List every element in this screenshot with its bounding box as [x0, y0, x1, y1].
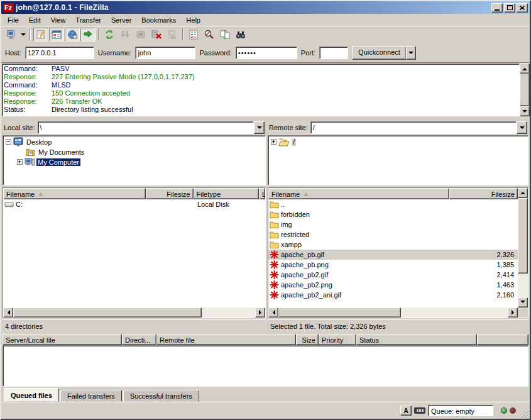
scroll-right-button[interactable] [508, 307, 518, 318]
tree-item-my-computer[interactable]: My Computer [6, 157, 265, 167]
maximize-button[interactable] [504, 3, 515, 13]
speed-limit-indicator-icon[interactable] [414, 407, 425, 414]
file-row-c-drive[interactable]: C: Local Disk [3, 199, 265, 209]
tab-queued-files[interactable]: Queued files [4, 388, 59, 402]
expand-icon[interactable] [271, 139, 276, 145]
menu-bookmarks[interactable]: Bookmarks [136, 15, 181, 25]
title-bar[interactable]: Fz john@127.0.0.1 - FileZilla [1, 1, 530, 14]
file-row[interactable]: img [268, 219, 518, 229]
scroll-right-button[interactable] [255, 307, 265, 318]
remote-site-value[interactable]: / [310, 121, 517, 134]
remote-site-dropdown[interactable] [517, 121, 527, 134]
local-site-dropdown[interactable] [254, 121, 265, 134]
scroll-up-button[interactable] [518, 188, 528, 198]
process-queue-button[interactable] [118, 28, 133, 41]
local-list-body[interactable]: C: Local Disk [3, 199, 265, 307]
chevron-down-icon [257, 126, 262, 131]
data-type-indicator-icon[interactable]: A [400, 406, 412, 416]
remote-vertical-scrollbar[interactable] [518, 188, 528, 307]
column-header-last-modified[interactable]: L [259, 188, 265, 199]
toggle-remote-tree-button[interactable] [65, 28, 80, 41]
file-row[interactable]: xampp [268, 240, 518, 250]
menu-edit[interactable]: Edit [24, 15, 46, 25]
log-scrollbar[interactable] [520, 64, 530, 116]
collapse-icon[interactable] [6, 139, 11, 145]
file-row[interactable]: .. [268, 199, 518, 209]
menu-file[interactable]: File [3, 15, 24, 25]
column-header-direction[interactable]: Directi... [122, 334, 156, 345]
menu-server[interactable]: Server [106, 15, 136, 25]
port-input[interactable] [319, 47, 348, 59]
file-row[interactable]: apache_pb.png 1,385 [268, 260, 518, 270]
message-log[interactable]: Command:PASV Response:227 Entering Passi… [2, 64, 520, 116]
scrollbar-thumb[interactable] [520, 74, 530, 106]
file-row[interactable]: apache_pb2_ani.gif 2,160 [268, 290, 518, 300]
tree-item-desktop[interactable]: Desktop [6, 137, 265, 147]
password-input[interactable]: •••••• [236, 47, 297, 59]
file-row[interactable]: restricted [268, 229, 518, 240]
scroll-up-button[interactable] [520, 64, 530, 74]
column-header-status[interactable]: Status [356, 334, 477, 345]
remote-horizontal-scrollbar[interactable] [268, 307, 518, 318]
minimize-button[interactable] [491, 3, 503, 13]
column-header-server-local-file[interactable]: Server/Local file [3, 334, 122, 345]
file-name: apache_pb2.gif [281, 271, 328, 279]
local-horizontal-scrollbar[interactable] [3, 307, 265, 318]
toolbar-separator [98, 29, 99, 40]
column-header-priority[interactable]: Priority [319, 334, 356, 345]
scrollbar-thumb[interactable] [518, 198, 528, 274]
disconnect-button[interactable] [149, 28, 164, 41]
quickconnect-dropdown[interactable] [406, 46, 416, 60]
site-manager-button[interactable] [4, 28, 19, 41]
scroll-left-button[interactable] [268, 307, 278, 318]
local-site-value[interactable]: \ [38, 121, 254, 134]
find-files-button[interactable] [233, 28, 248, 41]
file-row[interactable]: apache_pb2.gif 2,414 [268, 270, 518, 280]
file-row[interactable]: apache_pb2.png 1,463 [268, 280, 518, 290]
column-header-filesize[interactable]: Filesize [449, 188, 518, 199]
reconnect-button[interactable] [165, 28, 180, 41]
scroll-down-button[interactable] [520, 106, 530, 116]
username-input[interactable]: john [135, 47, 195, 59]
tree-item-my-documents[interactable]: My Documents [6, 147, 265, 157]
filter-button[interactable] [186, 28, 201, 41]
menu-transfer[interactable]: Transfer [70, 15, 106, 25]
column-header-filename[interactable]: Filename [268, 188, 449, 199]
toggle-queue-button[interactable] [80, 28, 96, 41]
tree-item-root[interactable]: / [271, 137, 528, 147]
scroll-down-button[interactable] [518, 297, 528, 307]
scroll-left-button[interactable] [3, 307, 13, 318]
cancel-operation-button[interactable] [133, 28, 148, 41]
resize-grip[interactable] [518, 409, 528, 419]
file-row-selected[interactable]: apache_pb.gif 2,326 [268, 250, 518, 260]
local-directory-tree[interactable]: Desktop My Documents My Computer [3, 135, 266, 185]
remote-site-combo[interactable]: / [310, 121, 527, 134]
file-row[interactable]: forbidden [268, 209, 518, 219]
menu-help[interactable]: Help [181, 15, 205, 25]
horizontal-splitter[interactable] [1, 331, 530, 333]
scrollbar-thumb[interactable] [278, 307, 401, 318]
remote-directory-tree[interactable]: / [268, 135, 528, 185]
local-site-combo[interactable]: \ [38, 121, 265, 134]
close-button[interactable] [517, 3, 528, 13]
quickconnect-button[interactable]: Quickconnect [352, 46, 407, 60]
site-manager-dropdown[interactable] [19, 28, 27, 41]
tab-failed-transfers[interactable]: Failed transfers [60, 390, 122, 402]
refresh-button[interactable] [102, 28, 117, 41]
menu-view[interactable]: View [46, 15, 71, 25]
column-header-filename[interactable]: Filename [3, 188, 146, 199]
queue-list[interactable] [3, 345, 528, 387]
column-header-remote-file[interactable]: Remote file [156, 334, 296, 345]
directory-comparison-button[interactable] [202, 28, 217, 41]
column-header-size[interactable]: Size [296, 334, 319, 345]
remote-list-body[interactable]: .. forbidden img [268, 199, 518, 307]
scrollbar-thumb[interactable] [13, 307, 202, 318]
tab-successful-transfers[interactable]: Successful transfers [123, 390, 199, 402]
toggle-local-tree-button[interactable] [49, 28, 64, 41]
synchronized-browsing-button[interactable] [217, 28, 233, 41]
column-header-filetype[interactable]: Filetype [194, 188, 260, 199]
toggle-log-button[interactable] [33, 28, 48, 41]
host-input[interactable]: 127.0.0.1 [25, 47, 94, 59]
expand-icon[interactable] [17, 159, 23, 165]
column-header-filesize[interactable]: Filesize [146, 188, 194, 199]
